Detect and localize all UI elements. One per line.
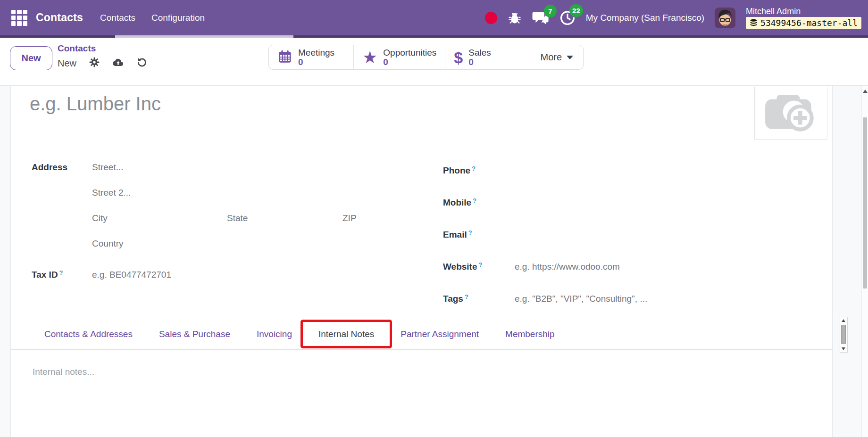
stat-button-group: Meetings 0 ★ Opportunities 0 $ Sales 0 xyxy=(268,45,584,70)
user-name: Mitchell Admin xyxy=(746,7,861,16)
tags-input[interactable] xyxy=(515,294,779,304)
more-dropdown-button[interactable]: More xyxy=(530,45,583,69)
city-input[interactable] xyxy=(92,213,227,223)
address-label: Address xyxy=(32,162,92,173)
tax-id-input[interactable] xyxy=(92,270,290,280)
tax-id-label: Tax ID xyxy=(32,270,58,280)
dollar-icon: $ xyxy=(454,49,463,66)
stat-label: Sales xyxy=(468,48,491,58)
camera-plus-icon xyxy=(762,92,820,134)
star-icon: ★ xyxy=(362,49,377,66)
zip-input[interactable] xyxy=(342,213,394,223)
website-input[interactable] xyxy=(515,262,779,272)
activities-count-badge: 22 xyxy=(569,4,583,17)
calendar-icon xyxy=(277,49,292,66)
database-icon xyxy=(750,19,758,27)
scroll-up-arrow-icon[interactable] xyxy=(842,319,845,322)
tags-label: Tags xyxy=(443,294,463,304)
stat-value: 0 xyxy=(468,58,491,67)
tab-partner-assignment[interactable]: Partner Assignment xyxy=(387,319,492,350)
content-area: Address xyxy=(0,86,868,437)
database-name: 53499456-master-all xyxy=(760,18,858,28)
menu-configuration[interactable]: Configuration xyxy=(151,13,205,23)
chevron-down-icon xyxy=(567,56,573,59)
user-avatar[interactable] xyxy=(715,8,735,28)
messages-count-badge: 7 xyxy=(544,5,557,17)
email-help-icon[interactable]: ? xyxy=(468,229,472,236)
street-input[interactable] xyxy=(92,162,290,173)
messages-icon[interactable]: 7 xyxy=(532,10,549,25)
email-label: Email xyxy=(443,230,467,240)
form-sheet: Address xyxy=(10,86,833,437)
breadcrumb-current: New xyxy=(58,58,76,69)
new-record-button[interactable]: New xyxy=(10,46,52,70)
state-input[interactable] xyxy=(227,213,342,223)
stat-value: 0 xyxy=(298,58,334,67)
page-scrollbar-thumb[interactable] xyxy=(863,117,867,289)
address-column: Address xyxy=(32,155,404,288)
tax-id-help-icon[interactable]: ? xyxy=(59,269,63,276)
phone-label: Phone xyxy=(443,166,470,176)
stat-value: 0 xyxy=(383,58,436,67)
gear-icon[interactable] xyxy=(89,57,100,70)
phone-help-icon[interactable]: ? xyxy=(472,165,476,172)
internal-notes-textarea[interactable] xyxy=(33,367,646,428)
database-badge: 53499456-master-all xyxy=(746,17,861,29)
email-input[interactable] xyxy=(515,230,779,240)
tab-sales-purchase[interactable]: Sales & Purchase xyxy=(146,319,243,350)
mobile-input[interactable] xyxy=(515,198,779,208)
phone-input[interactable] xyxy=(515,165,779,176)
sheet-scrollbar-thumb[interactable] xyxy=(841,325,846,344)
tab-invoicing[interactable]: Invoicing xyxy=(243,319,305,350)
app-brand[interactable]: Contacts xyxy=(36,11,83,24)
odoo-contacts-screen: Contacts Contacts Configuration xyxy=(0,0,868,437)
menu-contacts[interactable]: Contacts xyxy=(100,13,135,23)
apps-menu-icon[interactable] xyxy=(11,10,27,26)
stat-button-opportunities[interactable]: ★ Opportunities 0 xyxy=(354,45,445,69)
notebook-tabs: Contacts & Addresses Sales & Purchase In… xyxy=(11,319,833,350)
contact-info-column: Phone? Mobile? Email? Website? Tags? xyxy=(443,155,801,315)
company-name-input[interactable] xyxy=(30,93,492,115)
mobile-label: Mobile xyxy=(443,198,471,208)
breadcrumb-contacts-link[interactable]: Contacts xyxy=(58,43,147,54)
website-help-icon[interactable]: ? xyxy=(479,261,483,268)
image-upload-box[interactable] xyxy=(754,87,827,140)
activities-clock-icon[interactable]: 22 xyxy=(559,10,576,26)
tags-help-icon[interactable]: ? xyxy=(465,293,468,300)
recording-status-dot xyxy=(485,12,497,24)
company-switcher[interactable]: My Company (San Francisco) xyxy=(586,13,704,23)
tab-internal-notes[interactable]: Internal Notes xyxy=(305,319,387,350)
page-scroll-up-arrow-icon[interactable] xyxy=(863,90,868,93)
country-input[interactable] xyxy=(92,239,290,249)
user-menu[interactable]: Mitchell Admin 53499456-master-all xyxy=(746,7,861,29)
website-label: Website xyxy=(443,262,477,272)
discard-undo-icon[interactable] xyxy=(136,57,147,70)
stat-button-sales[interactable]: $ Sales 0 xyxy=(445,45,530,69)
navbar-menu: Contacts Configuration xyxy=(100,13,205,23)
street2-input[interactable] xyxy=(92,188,290,198)
stat-button-meetings[interactable]: Meetings 0 xyxy=(269,45,354,69)
tab-contacts-addresses[interactable]: Contacts & Addresses xyxy=(31,319,146,350)
control-panel: New Contacts New xyxy=(0,38,868,86)
save-cloud-icon[interactable] xyxy=(112,57,124,70)
mobile-help-icon[interactable]: ? xyxy=(473,197,476,204)
breadcrumb: Contacts New xyxy=(58,43,147,70)
sheet-scrollbar[interactable] xyxy=(840,317,848,353)
stat-label: Meetings xyxy=(298,48,334,58)
top-navbar: Contacts Contacts Configuration xyxy=(0,0,868,38)
scroll-down-arrow-icon[interactable] xyxy=(842,347,845,350)
stat-label: Opportunities xyxy=(383,48,436,58)
tab-membership[interactable]: Membership xyxy=(492,319,568,350)
debug-bug-icon[interactable] xyxy=(508,11,522,25)
page-scrollbar[interactable] xyxy=(861,86,868,437)
